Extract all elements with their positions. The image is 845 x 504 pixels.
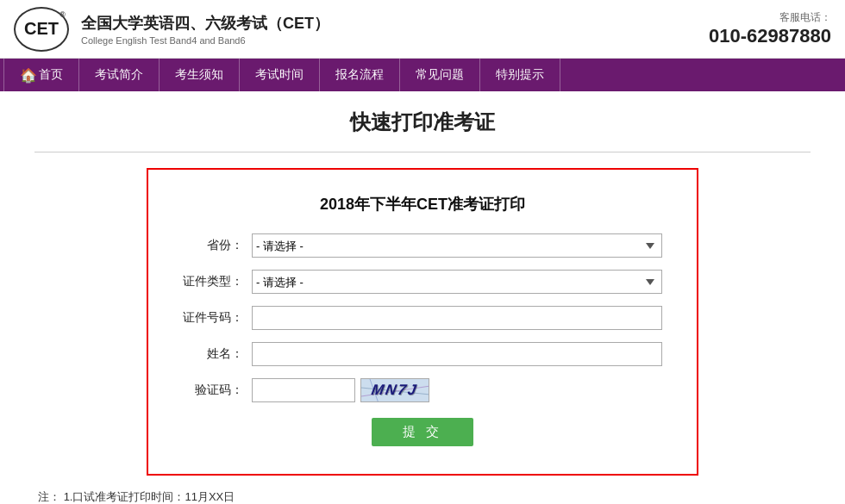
nav-notice-label: 考生须知 bbox=[175, 67, 223, 83]
id-number-row: 证件号码： bbox=[183, 306, 662, 330]
captcha-group: MN7J bbox=[252, 378, 429, 402]
page-title: 快速打印准考证 bbox=[34, 109, 811, 136]
nav-register-label: 报名流程 bbox=[335, 67, 384, 83]
name-input[interactable] bbox=[252, 342, 662, 366]
nav-intro-label: 考试简介 bbox=[95, 67, 143, 83]
id-type-select[interactable]: - 请选择 - bbox=[252, 270, 662, 294]
notes-section: 注： 1.口试准考证打印时间：11月XX日 2.笔试准考证打印时间：请以考点通知… bbox=[34, 488, 811, 504]
nav-faq[interactable]: 常见问题 bbox=[400, 59, 480, 91]
nav-register[interactable]: 报名流程 bbox=[320, 59, 400, 91]
nav-intro[interactable]: 考试简介 bbox=[79, 59, 160, 91]
nav-faq-label: 常见问题 bbox=[416, 67, 464, 83]
header-left: CET ® 全国大学英语四、六级考试（CET） College English … bbox=[14, 7, 329, 52]
notes-intro: 注： bbox=[38, 490, 60, 503]
id-number-input[interactable] bbox=[252, 306, 662, 330]
form-box: 2018年下半年CET准考证打印 省份： - 请选择 - 证件类型： - 请选择… bbox=[147, 168, 698, 476]
form-title: 2018年下半年CET准考证打印 bbox=[183, 194, 662, 215]
title-chinese: 全国大学英语四、六级考试（CET） bbox=[81, 13, 329, 34]
name-label: 姓名： bbox=[183, 346, 252, 362]
title-english: College English Test Band4 and Band6 bbox=[81, 35, 329, 46]
captcha-input[interactable] bbox=[252, 378, 355, 402]
service-phone: 010-62987880 bbox=[709, 25, 831, 47]
service-label: 客服电话： bbox=[709, 10, 831, 25]
note-1: 1.口试准考证打印时间：11月XX日 bbox=[64, 490, 235, 503]
province-select[interactable]: - 请选择 - bbox=[252, 233, 662, 258]
nav-tips[interactable]: 特别提示 bbox=[480, 59, 560, 91]
id-type-label: 证件类型： bbox=[183, 274, 252, 289]
nav-time[interactable]: 考试时间 bbox=[240, 59, 320, 91]
logo-text: CET bbox=[24, 19, 59, 39]
cet-logo: CET ® bbox=[14, 7, 69, 52]
captcha-row: 验证码： MN7J bbox=[183, 378, 662, 402]
province-label: 省份： bbox=[183, 238, 252, 253]
id-type-row: 证件类型： - 请选择 - bbox=[183, 270, 662, 294]
province-row: 省份： - 请选择 - bbox=[183, 233, 662, 258]
submit-row: 提 交 bbox=[183, 418, 662, 446]
header-contact: 客服电话： 010-62987880 bbox=[709, 10, 831, 47]
nav-notice[interactable]: 考生须知 bbox=[160, 59, 240, 91]
name-row: 姓名： bbox=[183, 342, 662, 366]
captcha-image[interactable]: MN7J bbox=[360, 378, 429, 402]
captcha-display-text: MN7J bbox=[371, 382, 420, 399]
logo-registered: ® bbox=[59, 10, 66, 19]
header: CET ® 全国大学英语四、六级考试（CET） College English … bbox=[0, 0, 845, 59]
main-content: 快速打印准考证 2018年下半年CET准考证打印 省份： - 请选择 - 证件类… bbox=[0, 91, 845, 504]
nav-home-label: 首页 bbox=[39, 67, 63, 83]
header-title: 全国大学英语四、六级考试（CET） College English Test B… bbox=[81, 13, 329, 46]
captcha-label: 验证码： bbox=[183, 383, 252, 398]
nav-home[interactable]: 🏠 首页 bbox=[3, 59, 79, 91]
divider bbox=[34, 152, 811, 152]
submit-button[interactable]: 提 交 bbox=[372, 418, 473, 446]
nav-time-label: 考试时间 bbox=[255, 67, 304, 83]
nav-tips-label: 特别提示 bbox=[496, 67, 544, 83]
home-icon: 🏠 bbox=[20, 67, 37, 84]
id-number-label: 证件号码： bbox=[183, 310, 252, 326]
navigation: 🏠 首页 考试简介 考生须知 考试时间 报名流程 常见问题 特别提示 bbox=[0, 59, 845, 91]
